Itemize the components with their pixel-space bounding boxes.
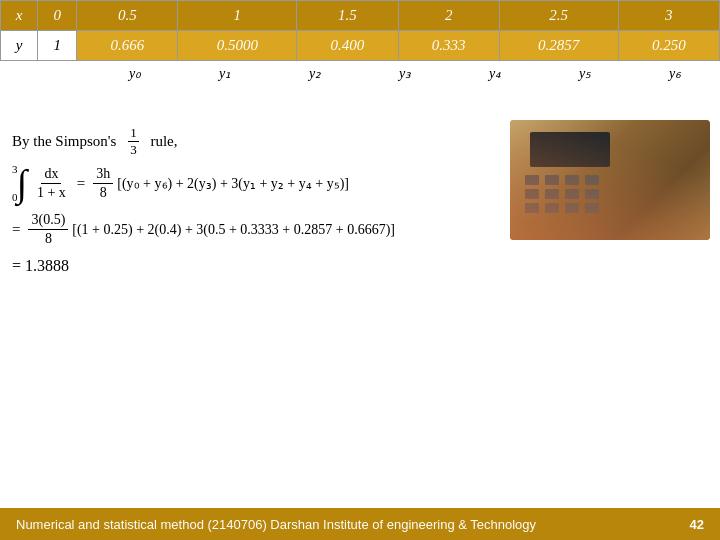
data-y1: 0.666	[77, 31, 178, 61]
footer: Numerical and statistical method (214070…	[0, 508, 720, 540]
y-labels-row: y₀ y₁ y₂ y₃ y₄ y₅ y₆	[0, 61, 720, 84]
header-15: 1.5	[297, 1, 398, 31]
data-y2: 0.5000	[178, 31, 297, 61]
header-0: 0	[38, 1, 77, 31]
step2-bracket: [(1 + 0.25) + 2(0.4) + 3(0.5 + 0.3333 + …	[72, 222, 395, 238]
step2-coeff-den: 8	[42, 230, 55, 248]
header-3: 3	[618, 1, 719, 31]
rule-fraction: 1 3	[128, 125, 139, 157]
data-y4: 0.333	[398, 31, 499, 61]
data-y0: 1	[38, 31, 77, 61]
y-label-5: y₅	[540, 63, 630, 84]
y-label-0: y₀	[90, 63, 180, 84]
data-y-label: y	[1, 31, 38, 61]
header-x: x	[1, 1, 38, 31]
by-rule-text: By the Simpson's	[12, 133, 116, 150]
result-text: = 1.3888	[12, 257, 69, 274]
integral-symbol: ∫	[17, 164, 27, 202]
integral-formula: 3 0 ∫ dx 1 + x = 3h 8 [(y₀ + y₆) + 2(y₃)…	[12, 163, 708, 203]
rhs-coeff-num: 3h	[93, 165, 113, 184]
equals-1: =	[77, 175, 85, 192]
data-y6: 0.250	[618, 31, 719, 61]
data-y5: 0.2857	[499, 31, 618, 61]
table-header-row: x 0 0.5 1 1.5 2 2.5 3	[1, 1, 720, 31]
rule-frac-num: 1	[128, 125, 139, 142]
rhs-coeff-den: 8	[97, 184, 110, 202]
footer-page-number: 42	[690, 517, 704, 532]
data-y3: 0.400	[297, 31, 398, 61]
header-1: 1	[178, 1, 297, 31]
integrand-fraction: dx 1 + x	[34, 165, 69, 202]
footer-left-text: Numerical and statistical method (214070…	[16, 517, 536, 532]
rule-suffix: rule,	[150, 133, 177, 150]
equals-2: =	[12, 221, 20, 238]
rhs-formula: [(y₀ + y₆) + 2(y₃) + 3(y₁ + y₂ + y₄ + y₅…	[117, 175, 349, 192]
rhs-coefficient: 3h 8	[93, 165, 113, 202]
y-label-6: y₆	[630, 63, 720, 84]
step2-coefficient: 3(0.5) 8	[28, 211, 68, 248]
header-05: 0.5	[77, 1, 178, 31]
rule-frac-den: 3	[128, 142, 139, 158]
y-label-empty	[0, 63, 90, 84]
integrand-num: dx	[41, 165, 61, 184]
content-area: By the Simpson's 1 3 rule, 3 0 ∫ dx 1 + …	[12, 115, 708, 500]
y-label-1: y₁	[180, 63, 270, 84]
header-25: 2.5	[499, 1, 618, 31]
table-data-row: y 1 0.666 0.5000 0.400 0.333 0.2857 0.25…	[1, 31, 720, 61]
y-label-4: y₄	[450, 63, 540, 84]
step2-coeff-num: 3(0.5)	[28, 211, 68, 230]
y-label-3: y₃	[360, 63, 450, 84]
result-line: = 1.3888	[12, 257, 708, 275]
integrand-den: 1 + x	[34, 184, 69, 202]
data-table: x 0 0.5 1 1.5 2 2.5 3 y 1 0.666 0.5000 0…	[0, 0, 720, 61]
table-section: x 0 0.5 1 1.5 2 2.5 3 y 1 0.666 0.5000 0…	[0, 0, 720, 84]
y-label-2: y₂	[270, 63, 360, 84]
by-rule-line: By the Simpson's 1 3 rule,	[12, 125, 708, 157]
header-2: 2	[398, 1, 499, 31]
step2-line: = 3(0.5) 8 [(1 + 0.25) + 2(0.4) + 3(0.5 …	[12, 211, 708, 248]
